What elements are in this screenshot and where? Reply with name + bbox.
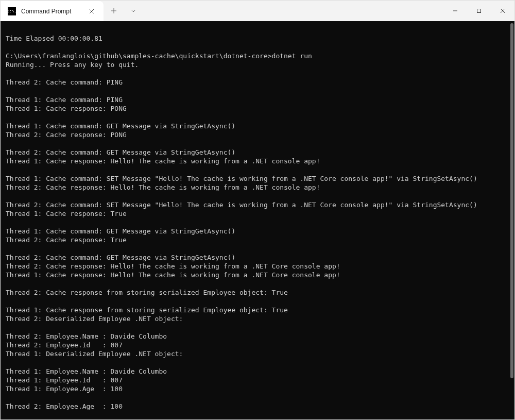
cmd-icon: C:\. — [8, 7, 16, 15]
tab-close-button[interactable] — [87, 7, 96, 16]
svg-rect-0 — [477, 9, 481, 13]
maximize-button[interactable] — [467, 1, 491, 21]
title-bar[interactable]: C:\. Command Prompt — [1, 1, 514, 21]
new-tab-button[interactable] — [104, 1, 124, 21]
close-button[interactable] — [491, 1, 514, 21]
tab-dropdown-button[interactable] — [124, 1, 143, 21]
terminal-area[interactable]: Time Elapsed 00:00:00.81 C:\Users\franla… — [1, 21, 514, 419]
terminal-output: Time Elapsed 00:00:00.81 C:\Users\franla… — [6, 25, 514, 411]
scrollbar[interactable] — [510, 23, 513, 417]
scrollbar-thumb[interactable] — [510, 23, 513, 378]
title-drag-region[interactable] — [143, 1, 443, 21]
minimize-button[interactable] — [443, 1, 467, 21]
window-frame: C:\. Command Prompt Time Elapse — [0, 0, 515, 420]
window-controls — [443, 1, 514, 21]
active-tab[interactable]: C:\. Command Prompt — [1, 1, 104, 21]
tab-title: Command Prompt — [21, 8, 82, 15]
